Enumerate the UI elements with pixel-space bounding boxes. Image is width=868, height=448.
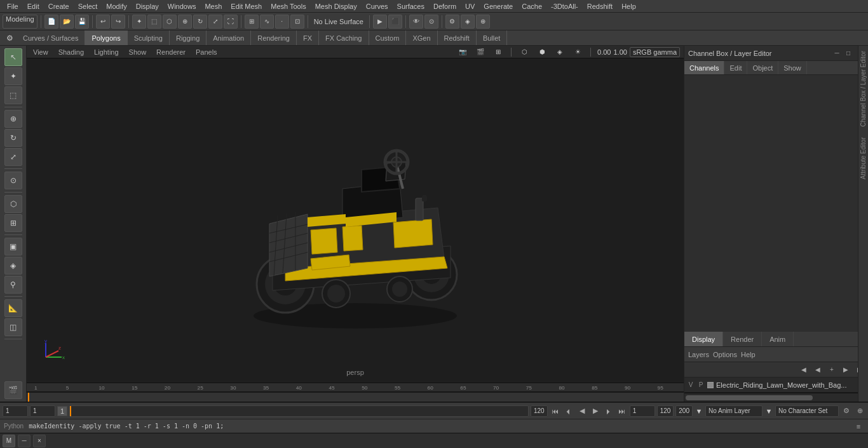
mode-dropdown[interactable]: Modeling — [3, 15, 37, 29]
universal-manip-btn[interactable]: ⛶ — [224, 15, 238, 29]
tab-xgen[interactable]: XGen — [406, 31, 437, 45]
move-btn[interactable]: ⊕ — [4, 110, 22, 128]
layer-prev-btn[interactable]: ◀ — [798, 364, 810, 376]
tab-rigging[interactable]: Rigging — [170, 31, 207, 45]
render-small-btn[interactable]: 🎬 — [4, 381, 22, 399]
soft-select-btn[interactable]: ⊙ — [4, 172, 22, 189]
tab-sculpting[interactable]: Sculpting — [128, 31, 170, 45]
ipr-btn[interactable]: ⬛ — [388, 15, 402, 29]
menu-surfaces[interactable]: Surfaces — [393, 1, 429, 11]
anim-end-field[interactable]: 120 — [657, 405, 674, 417]
tab-redshift[interactable]: Redshift — [438, 31, 477, 45]
layers-menu-help[interactable]: Help — [741, 351, 756, 358]
attr-strip-attribute-editor[interactable]: Attribute Editor — [858, 132, 868, 184]
layers-menu-options[interactable]: Options — [713, 351, 737, 358]
snap-point-btn[interactable]: · — [275, 15, 289, 29]
poly-create-btn[interactable]: ▣ — [4, 238, 22, 255]
vp-smooth-btn[interactable]: ⬢ — [536, 46, 548, 58]
render-btn[interactable]: ▶ — [373, 15, 387, 29]
menu-file[interactable]: File — [3, 1, 23, 11]
paint-tool-btn[interactable]: ✦ — [4, 67, 22, 85]
tab-custom[interactable]: Custom — [369, 31, 407, 45]
vp-texture-btn[interactable]: ◈ — [553, 46, 566, 58]
lasso-tool-btn[interactable]: ⬚ — [147, 15, 161, 29]
frames-dropdown-btn[interactable]: ▼ — [695, 407, 703, 416]
extra-btn3[interactable]: ⊕ — [476, 15, 490, 29]
char-set-field[interactable]: No Character Set — [775, 405, 839, 417]
tab-fx[interactable]: FX — [297, 31, 319, 45]
save-file-btn[interactable]: 💾 — [75, 15, 89, 29]
layer-entry[interactable]: V P Electric_Riding_Lawn_Mower_with_Bag.… — [684, 377, 868, 393]
menu-modify[interactable]: Modify — [102, 1, 131, 11]
dra-tab-anim[interactable]: Anim — [762, 332, 794, 346]
panel-minimize-btn[interactable]: ─ — [832, 49, 841, 58]
vp-menu-view[interactable]: View — [31, 48, 51, 57]
menu-create[interactable]: Create — [44, 1, 74, 11]
total-frames-field[interactable]: 200 — [675, 405, 693, 417]
menu-generate[interactable]: Generate — [479, 1, 517, 11]
tabs-gear-icon[interactable]: ⚙ — [3, 31, 17, 45]
select-tool-btn[interactable]: ✦ — [132, 15, 146, 29]
menu-deform[interactable]: Deform — [429, 1, 461, 11]
channel-tab-show[interactable]: Show — [778, 61, 807, 74]
taskbar-maya-btn[interactable]: M — [3, 435, 15, 447]
snap-together-btn[interactable]: ⬡ — [4, 195, 22, 213]
snap-curve-btn[interactable]: ∿ — [260, 15, 274, 29]
pb-play-fwd[interactable]: ▶ — [590, 405, 601, 417]
layer-color-swatch[interactable] — [707, 382, 714, 388]
menu-curves[interactable]: Curves — [362, 1, 393, 11]
dra-tab-display[interactable]: Display — [684, 332, 723, 346]
rotate-btn[interactable]: ↻ — [4, 129, 22, 147]
snap-view-btn[interactable]: ⊡ — [290, 15, 304, 29]
show-hide-btn[interactable]: 👁 — [409, 15, 423, 29]
vp-camera-btn[interactable]: 📷 — [456, 46, 469, 58]
anim-start-field[interactable]: 1 — [630, 405, 655, 417]
range-end-display[interactable]: 120 — [531, 405, 548, 417]
tab-animation[interactable]: Animation — [207, 31, 251, 45]
lasso-btn[interactable]: ⬚ — [4, 86, 22, 104]
tab-curves-surfaces[interactable]: Curves / Surfaces — [17, 31, 85, 45]
menu-display[interactable]: Display — [132, 1, 163, 11]
menu-select[interactable]: Select — [74, 1, 102, 11]
menu-mesh-tools[interactable]: Mesh Tools — [266, 1, 310, 11]
vp-menu-show[interactable]: Show — [126, 48, 149, 57]
layer-add-btn[interactable]: + — [826, 364, 837, 376]
paint-select-btn[interactable]: ⬡ — [163, 15, 177, 29]
scale-btn[interactable]: ⤢ — [4, 148, 22, 166]
menu-mesh-display[interactable]: Mesh Display — [311, 1, 362, 11]
menu-cache[interactable]: Cache — [517, 1, 546, 11]
char-set-btn1[interactable]: ⚙ — [841, 405, 852, 417]
vp-menu-lighting[interactable]: Lighting — [92, 48, 121, 57]
channel-tab-object[interactable]: Object — [747, 61, 778, 74]
tab-fx-caching[interactable]: FX Caching — [319, 31, 369, 45]
tab-rendering[interactable]: Rendering — [251, 31, 297, 45]
grid-snap-btn[interactable]: ⊞ — [4, 214, 22, 232]
tab-polygons[interactable]: Polygons — [85, 31, 127, 45]
current-frame-field[interactable]: 1 — [3, 405, 28, 417]
xray-btn[interactable]: ◫ — [4, 318, 22, 336]
menu-edit-mesh[interactable]: Edit Mesh — [226, 1, 266, 11]
extra-btn2[interactable]: ◈ — [461, 15, 475, 29]
measure-btn[interactable]: 📐 — [4, 299, 22, 317]
snap-grid-btn[interactable]: ⊞ — [245, 15, 259, 29]
right-panel-scrollbar[interactable]: ▶ — [684, 393, 868, 402]
menu-help[interactable]: Help — [617, 1, 641, 11]
scrollbar-thumb[interactable] — [686, 395, 813, 400]
pb-step-back[interactable]: ⏴ — [563, 405, 574, 417]
move-tool-btn[interactable]: ⊕ — [178, 15, 192, 29]
poly-edit-btn[interactable]: ◈ — [4, 257, 22, 275]
extra-btn1[interactable]: ⚙ — [445, 15, 459, 29]
vp-grid-btn[interactable]: ⊞ — [492, 46, 505, 58]
timeline[interactable] — [27, 392, 684, 402]
vp-menu-shading[interactable]: Shading — [56, 48, 86, 57]
range-start-field[interactable]: 1 — [30, 405, 55, 417]
attr-strip-channel-box[interactable]: Channel Box / Layer Editor — [858, 46, 868, 132]
vp-menu-renderer[interactable]: Renderer — [154, 48, 188, 57]
vp-wireframe-btn[interactable]: ⬡ — [518, 46, 531, 58]
select-mode-btn[interactable]: ↖ — [4, 48, 22, 66]
color-space-dropdown[interactable]: sRGB gamma — [630, 47, 680, 57]
sculpt-btn[interactable]: ⚲ — [4, 276, 22, 294]
scale-tool-btn[interactable]: ⤢ — [208, 15, 222, 29]
open-file-btn[interactable]: 📂 — [60, 15, 74, 29]
undo-btn[interactable]: ↩ — [96, 15, 110, 29]
